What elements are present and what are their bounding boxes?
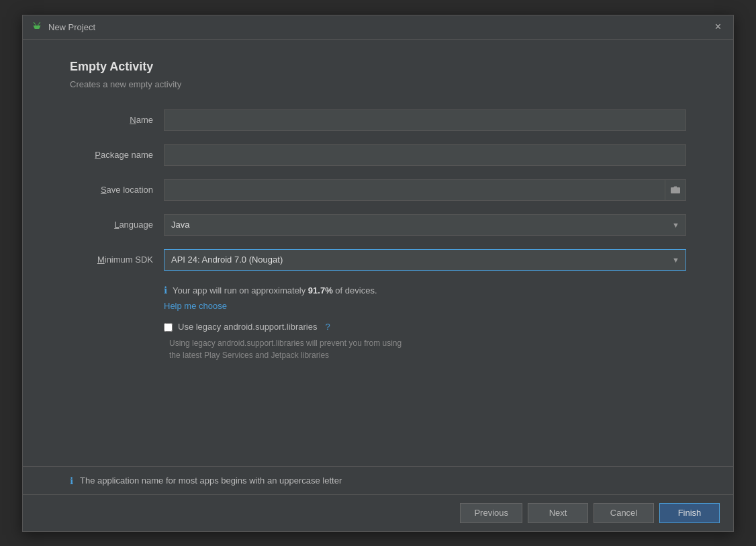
legacy-checkbox-label: Use legacy android.support.libraries <box>178 322 317 332</box>
dialog-content: Empty Activity Creates a new empty activ… <box>23 40 733 466</box>
svg-line-4 <box>39 23 40 24</box>
sdk-select-wrapper: API 21: Android 5.0 (Lollipop) API 22: A… <box>164 249 686 271</box>
device-info-section: ℹ Your app will run on approximately 91.… <box>164 284 686 312</box>
bottom-info-text: The application name for most apps begin… <box>80 475 342 486</box>
title-bar-left: New Project <box>31 21 95 33</box>
minimum-sdk-field-row: Minimum SDK API 21: Android 5.0 (Lollipo… <box>70 249 686 271</box>
minimum-sdk-select[interactable]: API 21: Android 5.0 (Lollipop) API 22: A… <box>164 249 686 271</box>
svg-line-3 <box>34 23 36 24</box>
next-button[interactable]: Next <box>528 503 588 523</box>
title-bar: New Project × <box>23 15 733 40</box>
svg-point-2 <box>38 24 39 26</box>
section-title: Empty Activity <box>70 60 686 74</box>
legacy-libraries-checkbox[interactable] <box>164 323 173 332</box>
close-button[interactable]: × <box>711 20 725 34</box>
finish-button[interactable]: Finish <box>659 503 720 523</box>
folder-icon <box>671 186 680 194</box>
package-name-field-row: Package name com.example.wzl <box>70 144 686 166</box>
package-name-input[interactable]: com.example.wzl <box>164 144 686 166</box>
new-project-dialog: New Project × Empty Activity Creates a n… <box>22 15 734 532</box>
name-label: Name <box>70 115 164 125</box>
browse-folder-button[interactable] <box>665 180 686 200</box>
info-icon: ℹ <box>164 285 167 295</box>
dialog-title: New Project <box>48 22 95 32</box>
legacy-checkbox-row: Use legacy android.support.libraries ? <box>164 322 686 332</box>
device-info-text: Your app will run on approximately 91.7%… <box>173 284 377 298</box>
previous-button[interactable]: Previous <box>460 503 522 523</box>
package-name-label: Package name <box>70 150 164 160</box>
device-info-row: ℹ Your app will run on approximately 91.… <box>164 284 686 298</box>
android-icon <box>31 21 43 33</box>
name-input[interactable]: wzl <box>164 109 686 131</box>
checkbox-help-icon[interactable]: ? <box>325 322 330 332</box>
language-label: Language <box>70 220 164 230</box>
language-field-row: Language Java Kotlin ▼ <box>70 214 686 236</box>
save-location-field-row: Save location D:\Code\AndroidStudioProje… <box>70 179 686 201</box>
save-location-input-wrapper: D:\Code\AndroidStudioProjects\wzl <box>164 179 686 201</box>
cancel-button[interactable]: Cancel <box>594 503 654 523</box>
svg-rect-0 <box>35 26 40 29</box>
section-subtitle: Creates a new empty activity <box>70 79 686 89</box>
bottom-info-bar: ℹ The application name for most apps beg… <box>23 466 733 494</box>
minimum-sdk-label: Minimum SDK <box>70 255 164 265</box>
name-field-row: Name wzl <box>70 109 686 131</box>
legacy-checkbox-description: Using legacy android.support.libraries w… <box>169 337 686 361</box>
svg-point-1 <box>35 24 36 26</box>
dialog-footer: Previous Next Cancel Finish <box>23 494 733 531</box>
help-me-choose-link[interactable]: Help me choose <box>164 301 686 311</box>
save-location-input[interactable]: D:\Code\AndroidStudioProjects\wzl <box>164 180 665 200</box>
language-select[interactable]: Java Kotlin <box>164 214 686 236</box>
save-location-label: Save location <box>70 185 164 195</box>
bottom-info-icon: ℹ <box>70 475 73 486</box>
language-select-wrapper: Java Kotlin ▼ <box>164 214 686 236</box>
